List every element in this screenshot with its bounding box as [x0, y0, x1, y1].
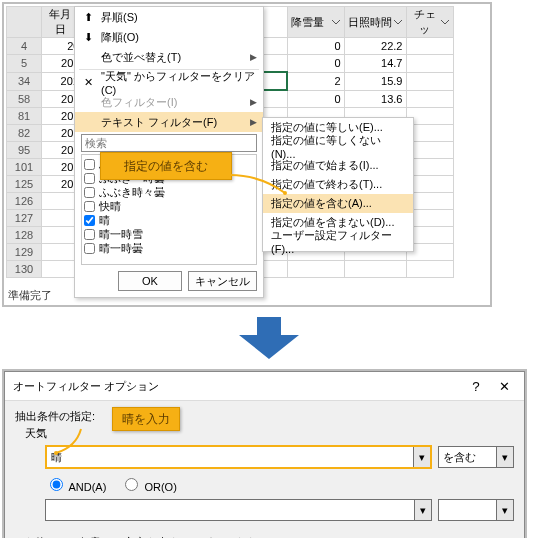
- column-header-F[interactable]: 降雪量: [287, 7, 344, 38]
- chevron-down-icon[interactable]: ▾: [413, 447, 430, 467]
- menu-sort-asc[interactable]: ⬆昇順(S): [75, 7, 263, 27]
- menu-clear-filter[interactable]: ✕"天気" からフィルターをクリア(C): [75, 72, 263, 92]
- sort-asc-icon: ⬆: [79, 11, 97, 24]
- value2-combo[interactable]: ▾: [45, 499, 432, 521]
- column-header-G[interactable]: 日照時間: [344, 7, 406, 38]
- radio-and[interactable]: AND(A): [45, 475, 106, 493]
- column-header-H[interactable]: チェッ: [406, 7, 453, 38]
- menu-cancel-button[interactable]: キャンセル: [188, 271, 257, 291]
- radio-or[interactable]: OR(O): [120, 475, 176, 493]
- flow-arrow-icon: [239, 317, 299, 361]
- submenu-contains[interactable]: 指定の値を含む(A)...: [263, 194, 413, 213]
- list-item: 晴: [84, 213, 254, 227]
- submenu-custom[interactable]: ユーザー設定フィルター(F)...: [263, 232, 413, 251]
- chevron-down-icon[interactable]: ▾: [414, 500, 431, 520]
- operator2-combo[interactable]: ▾: [438, 499, 514, 521]
- submenu-not-equals[interactable]: 指定の値に等しくない(N)...: [263, 137, 413, 156]
- condition-label: 抽出条件の指定:: [15, 409, 514, 424]
- help-button[interactable]: ?: [462, 375, 490, 397]
- close-button[interactable]: ✕: [490, 375, 518, 397]
- callout-leader: [230, 165, 290, 195]
- autofilter-dialog-panel: オートフィルター オプション ? ✕ 抽出条件の指定: 天気 晴▾ を含む▾ A…: [2, 369, 527, 538]
- chevron-down-icon[interactable]: ▾: [496, 500, 513, 520]
- operator1-combo[interactable]: を含む▾: [438, 446, 514, 468]
- callout-leader: [76, 429, 116, 459]
- dialog-title: オートフィルター オプション: [13, 379, 159, 394]
- svg-point-1: [54, 451, 58, 455]
- svg-point-0: [283, 191, 287, 195]
- row-header[interactable]: [7, 7, 42, 38]
- sort-desc-icon: ⬇: [79, 31, 97, 44]
- menu-text-filter[interactable]: テキスト フィルター(F)▶: [75, 112, 263, 132]
- callout-input: 晴を入力: [112, 407, 180, 431]
- menu-sort-desc[interactable]: ⬇降順(O): [75, 27, 263, 47]
- menu-color-filter: 色フィルター(I)▶: [75, 92, 263, 112]
- list-item: 快晴: [84, 199, 254, 213]
- clear-filter-icon: ✕: [79, 76, 97, 89]
- filter-search-input[interactable]: [81, 134, 257, 152]
- excel-filter-panel: 年月日 降雪量 日照時間 チェッ 4201022.2 52016014.7 34…: [2, 2, 492, 307]
- list-item: ふぶき時々曇: [84, 185, 254, 199]
- chevron-down-icon[interactable]: ▾: [496, 447, 513, 467]
- list-item: 晴一時雪: [84, 227, 254, 241]
- status-bar: 準備完了: [8, 288, 52, 303]
- callout-contains: 指定の値を含む: [100, 152, 232, 180]
- list-item: 晴一時曇: [84, 241, 254, 255]
- menu-ok-button[interactable]: OK: [118, 271, 182, 291]
- menu-sort-color[interactable]: 色で並べ替え(T)▶: [75, 47, 263, 67]
